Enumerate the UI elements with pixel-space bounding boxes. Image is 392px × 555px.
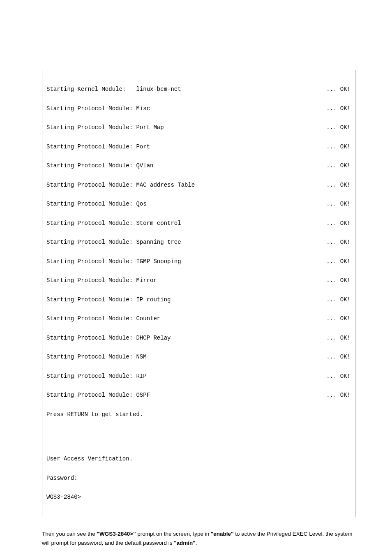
- terminal-status: ... OK!: [326, 201, 350, 208]
- terminal-status: ... OK!: [326, 316, 350, 322]
- terminal-line: Starting Protocol Module: Misc... OK!: [46, 106, 350, 112]
- terminal-text: Starting Protocol Module: RIP: [46, 373, 147, 380]
- terminal-line: User Access Verification.: [46, 456, 350, 462]
- terminal-text: Starting Protocol Module: Mirror: [46, 278, 157, 284]
- command-literal: "enable": [211, 531, 234, 537]
- terminal-text: Starting Protocol Module: MAC address Ta…: [46, 182, 195, 189]
- terminal-line: Password:: [46, 475, 350, 482]
- terminal-status: ... OK!: [326, 182, 350, 189]
- terminal-line: Starting Protocol Module: IP routing... …: [46, 297, 350, 303]
- terminal-window: Starting Kernel Module: linux-bcm-net...…: [42, 70, 356, 517]
- terminal-status: ... OK!: [326, 259, 350, 265]
- terminal-text: Starting Protocol Module: IGMP Snooping: [46, 259, 181, 265]
- terminal-text: Starting Kernel Module: linux-bcm-net: [46, 86, 181, 93]
- terminal-text: Starting Protocol Module: Spanning tree: [46, 239, 181, 246]
- terminal-status: ... OK!: [326, 125, 350, 131]
- terminal-text: Starting Protocol Module: Port Map: [46, 125, 164, 131]
- terminal-status: ... OK!: [326, 86, 350, 93]
- terminal-line: Starting Protocol Module: DHCP Relay... …: [46, 335, 350, 342]
- terminal-status: ... OK!: [326, 220, 350, 227]
- body-paragraphs: Then you can see the "WGS3-2840>" prompt…: [42, 530, 356, 555]
- terminal-status: ... OK!: [326, 278, 350, 284]
- terminal-text: Starting Protocol Module: QVlan: [46, 163, 153, 169]
- text: prompt on the screen, type in: [136, 531, 211, 537]
- terminal-line: Starting Protocol Module: Qos... OK!: [46, 201, 350, 208]
- terminal-line: Starting Protocol Module: Port Map... OK…: [46, 125, 350, 131]
- terminal-line: Starting Protocol Module: Counter... OK!: [46, 316, 350, 322]
- terminal-status: ... OK!: [326, 239, 350, 246]
- text: .: [196, 540, 197, 546]
- terminal-text: Starting Protocol Module: NSM: [46, 354, 147, 361]
- terminal-line: Press RETURN to get started.: [46, 412, 350, 418]
- terminal-line: Starting Protocol Module: IGMP Snooping.…: [46, 259, 350, 265]
- terminal-text: Starting Protocol Module: Qos: [46, 201, 147, 208]
- terminal-text: Starting Protocol Module: IP routing: [46, 297, 171, 303]
- terminal-text: Starting Protocol Module: OSPF: [46, 392, 150, 399]
- terminal-text: Starting Protocol Module: Port: [46, 144, 150, 150]
- terminal-line: Starting Protocol Module: Storm control.…: [46, 220, 350, 227]
- terminal-text: Starting Protocol Module: Storm control: [46, 220, 181, 227]
- instruction-paragraph: Then you can see the "WGS3-2840>" prompt…: [42, 530, 356, 548]
- terminal-output: Starting Kernel Module: linux-bcm-net...…: [42, 70, 355, 517]
- terminal-line: Starting Protocol Module: Port... OK!: [46, 144, 350, 150]
- terminal-status: ... OK!: [326, 144, 350, 150]
- terminal-status: ... OK!: [326, 163, 350, 169]
- terminal-status: ... OK!: [326, 373, 350, 380]
- terminal-line: Starting Protocol Module: Mirror... OK!: [46, 278, 350, 284]
- terminal-status: ... OK!: [326, 392, 350, 399]
- terminal-line: Starting Protocol Module: Spanning tree.…: [46, 239, 350, 246]
- document-page: Starting Kernel Module: linux-bcm-net...…: [0, 70, 392, 555]
- terminal-prompt: WGS3-2840>: [46, 494, 350, 501]
- terminal-text: Starting Protocol Module: Misc: [46, 106, 150, 112]
- text: Then you can see the: [42, 531, 97, 537]
- terminal-line: Starting Protocol Module: MAC address Ta…: [46, 182, 350, 189]
- terminal-status: ... OK!: [326, 106, 350, 112]
- terminal-status: ... OK!: [326, 335, 350, 342]
- terminal-status: ... OK!: [326, 354, 350, 361]
- terminal-line: Starting Protocol Module: OSPF... OK!: [46, 392, 350, 399]
- terminal-line: Starting Protocol Module: RIP... OK!: [46, 373, 350, 380]
- password-literal: "admin": [174, 540, 196, 546]
- terminal-line: Starting Protocol Module: QVlan... OK!: [46, 163, 350, 169]
- terminal-status: ... OK!: [326, 297, 350, 303]
- terminal-line: Starting Protocol Module: NSM... OK!: [46, 354, 350, 361]
- terminal-text: Starting Protocol Module: Counter: [46, 316, 160, 322]
- prompt-literal: "WGS3-2840>": [97, 531, 136, 537]
- terminal-line: Starting Kernel Module: linux-bcm-net...…: [46, 86, 350, 93]
- terminal-text: Starting Protocol Module: DHCP Relay: [46, 335, 171, 342]
